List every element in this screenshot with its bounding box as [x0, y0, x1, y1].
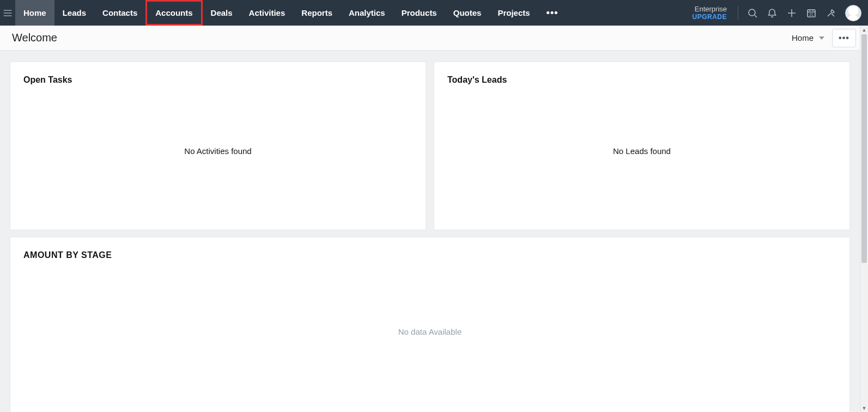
- calendar-icon[interactable]: 31: [802, 3, 821, 23]
- page-title: Welcome: [12, 32, 57, 44]
- scroll-up-arrow-icon[interactable]: ▲: [860, 26, 868, 34]
- empty-state-text: No Leads found: [447, 85, 836, 217]
- scroll-down-arrow-icon[interactable]: ▼: [860, 404, 868, 412]
- more-actions-button[interactable]: •••: [832, 29, 856, 47]
- nav-more-button[interactable]: •••: [538, 0, 567, 26]
- todays-leads-card: Today's Leads No Leads found: [434, 62, 850, 230]
- view-label: Home: [792, 33, 814, 42]
- divider: [738, 6, 738, 20]
- card-row: Open Tasks No Activities found Today's L…: [10, 62, 850, 230]
- nav-tab-reports[interactable]: Reports: [293, 0, 341, 26]
- nav-tab-quotes[interactable]: Quotes: [445, 0, 490, 26]
- empty-state-text: No Activities found: [23, 85, 412, 217]
- nav-tab-accounts[interactable]: Accounts: [145, 0, 202, 26]
- plus-icon[interactable]: [782, 3, 802, 23]
- nav-right: Enterprise UPGRADE 31: [692, 0, 868, 26]
- top-nav: HomeLeadsContactsAccountsDealsActivities…: [0, 0, 868, 26]
- card-title: AMOUNT BY STAGE: [23, 250, 836, 260]
- vertical-scrollbar[interactable]: ▲ ▼: [860, 26, 868, 412]
- open-tasks-card: Open Tasks No Activities found: [10, 62, 426, 230]
- nav-tab-leads[interactable]: Leads: [54, 0, 94, 26]
- amount-by-stage-card: AMOUNT BY STAGE No data Available: [10, 237, 850, 412]
- nav-tab-products[interactable]: Products: [393, 0, 445, 26]
- svg-text:31: 31: [809, 13, 814, 16]
- content-area: Open Tasks No Activities found Today's L…: [0, 51, 860, 412]
- card-title: Open Tasks: [23, 75, 412, 85]
- view-dropdown[interactable]: Home: [792, 33, 824, 42]
- empty-state-text: No data Available: [23, 260, 836, 403]
- search-icon[interactable]: [743, 3, 762, 23]
- subheader: Welcome Home •••: [0, 26, 868, 51]
- subheader-right: Home •••: [792, 29, 856, 47]
- avatar[interactable]: [845, 5, 861, 21]
- tools-icon[interactable]: [821, 3, 841, 23]
- plan-block: Enterprise UPGRADE: [692, 3, 733, 23]
- plan-name: Enterprise: [695, 5, 727, 14]
- nav-tab-contacts[interactable]: Contacts: [94, 0, 145, 26]
- svg-point-0: [749, 9, 755, 16]
- nav-tab-analytics[interactable]: Analytics: [341, 0, 393, 26]
- nav-tabs: HomeLeadsContactsAccountsDealsActivities…: [15, 0, 538, 26]
- bell-icon[interactable]: [762, 3, 782, 23]
- nav-tab-projects[interactable]: Projects: [489, 0, 538, 26]
- nav-tab-deals[interactable]: Deals: [203, 0, 241, 26]
- chevron-down-icon: [819, 36, 824, 40]
- hamburger-icon[interactable]: [0, 0, 15, 26]
- scroll-thumb[interactable]: [861, 34, 867, 263]
- nav-tab-home[interactable]: Home: [15, 0, 54, 26]
- nav-tab-activities[interactable]: Activities: [241, 0, 294, 26]
- card-title: Today's Leads: [447, 75, 836, 85]
- upgrade-link[interactable]: UPGRADE: [692, 13, 727, 21]
